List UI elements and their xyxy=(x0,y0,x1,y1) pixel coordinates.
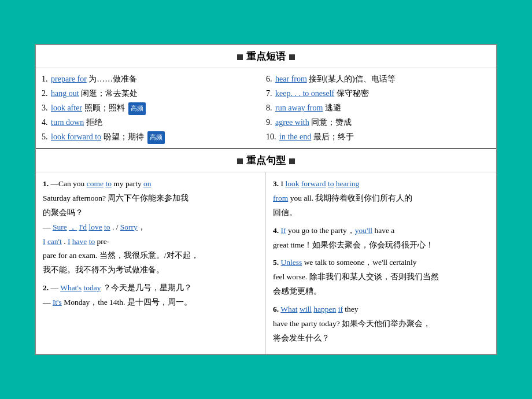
sent-item-1: 1. —Can you come to my party on Saturday… xyxy=(43,177,258,278)
phrases-section: 重点短语 1. prepare for 为……做准备 2. hang out 闲… xyxy=(36,45,496,149)
sent-item-4: 4. If you go to the party，you'll have a … xyxy=(273,224,489,253)
phrase-item-2: 2. hang out 闲逛；常去某处 xyxy=(42,86,266,101)
sentences-grid: 1. —Can you come to my party on Saturday… xyxy=(36,172,496,354)
phrase-item-10: 10. in the end 最后；终于 xyxy=(266,130,490,144)
sentences-title: 重点句型 xyxy=(36,149,496,172)
phrase-item-6: 6. hear from 接到(某人的)信、电话等 xyxy=(266,72,490,86)
phrase-item-9: 9. agree with 同意；赞成 xyxy=(266,115,490,130)
main-card: 重点短语 1. prepare for 为……做准备 2. hang out 闲… xyxy=(35,44,497,356)
sentences-col-left: 1. —Can you come to my party on Saturday… xyxy=(36,172,266,354)
sent-item-2: 2. — What's today ？今天是几号，星期几？ — It's Mon… xyxy=(43,281,258,310)
sentences-section: 重点句型 1. —Can you come to my party on Sat… xyxy=(36,149,496,354)
sentences-col-right: 3. I look forward to hearing from you al… xyxy=(266,172,496,354)
phrase-item-4: 4. turn down 拒绝 xyxy=(42,115,266,130)
sent-item-6: 6. What will happen if they have the par… xyxy=(273,302,489,346)
badge-high-freq-5: 高频 xyxy=(147,131,165,144)
phrases-col-left: 1. prepare for 为……做准备 2. hang out 闲逛；常去某… xyxy=(42,72,266,145)
phrase-item-5: 5. look forward to 盼望；期待 高频 xyxy=(42,130,266,144)
badge-high-freq-3: 高频 xyxy=(128,102,146,115)
sent-item-5: 5. Unless we talk to someone，we'll certa… xyxy=(273,256,489,299)
phrase-item-8: 8. run away from 逃避 xyxy=(266,101,490,115)
phrase-item-3: 3. look after 照顾；照料 高频 xyxy=(42,101,266,115)
sent-item-3: 3. I look forward to hearing from you al… xyxy=(273,177,489,220)
phrase-item-1: 1. prepare for 为……做准备 xyxy=(42,72,266,86)
phrases-grid: 1. prepare for 为……做准备 2. hang out 闲逛；常去某… xyxy=(36,68,496,148)
phrase-item-7: 7. keep. . . to oneself 保守秘密 xyxy=(266,86,490,101)
phrases-col-right: 6. hear from 接到(某人的)信、电话等 7. keep. . . t… xyxy=(266,72,490,145)
phrases-title: 重点短语 xyxy=(36,45,496,68)
